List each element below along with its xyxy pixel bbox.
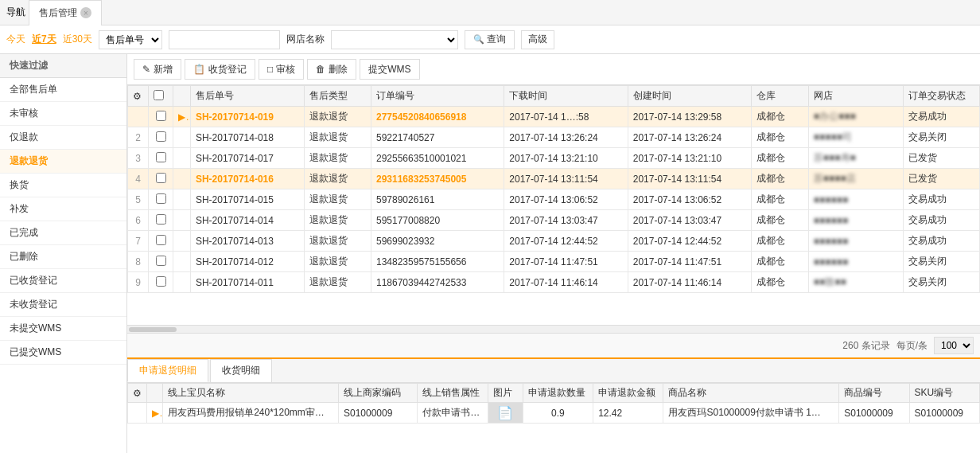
date-today[interactable]: 今天: [6, 33, 25, 46]
detail-row-amount: 12.42: [593, 403, 663, 424]
table-row[interactable]: 8 SH-20170714-012 退款退货 13482359575155656…: [128, 252, 980, 272]
active-tab[interactable]: 售后管理 ×: [29, 0, 102, 25]
sidebar-item-deleted[interactable]: 已删除: [0, 245, 126, 269]
sidebar-item-completed[interactable]: 已完成: [0, 221, 126, 245]
main-layout: 快速过滤 全部售后单 未审核 仅退款 退款退货 换货 补发 已完成 已删除 已收…: [0, 54, 980, 453]
row-shop: 苏■■■寿■: [808, 148, 904, 169]
row-order-no[interactable]: SH-20170714-013: [190, 231, 304, 252]
row-checkbox-cell[interactable]: [149, 252, 173, 272]
row-order-no[interactable]: SH-20170714-012: [190, 252, 304, 272]
new-button[interactable]: ✎ 新增: [134, 59, 181, 80]
row-checkbox-cell[interactable]: [149, 231, 173, 252]
detail-table: ⚙ 线上宝贝名称 线上商家编码 线上销售属性 图片 申请退款数量 申请退款金额 …: [127, 383, 980, 424]
row-status: 交易成功: [904, 231, 980, 252]
sidebar-item-unsubmitted-wms[interactable]: 未提交WMS: [0, 317, 126, 341]
row-checkbox-cell[interactable]: [149, 127, 173, 148]
row-checkbox[interactable]: [156, 276, 166, 287]
sidebar-item-submitted-wms[interactable]: 已提交WMS: [0, 341, 126, 365]
pagination: 260 条记录 每页/条 100 50 20: [127, 333, 980, 357]
scrollbar-thumb[interactable]: [129, 327, 177, 332]
audit-button[interactable]: □ 审核: [259, 59, 304, 80]
receipt-button[interactable]: 📋 收货登记: [185, 59, 255, 80]
row-checkbox[interactable]: [156, 173, 166, 183]
row-order-no[interactable]: SH-20170714-011: [190, 272, 304, 293]
row-create-time: 2017-07-14 13:03:47: [628, 210, 751, 231]
advanced-button[interactable]: 高级: [521, 30, 554, 49]
row-order-no[interactable]: SH-20170714-019: [190, 107, 304, 127]
search-button[interactable]: 🔍 查询: [465, 30, 515, 49]
row-num: [128, 107, 149, 127]
submit-wms-button[interactable]: 提交WMS: [360, 59, 419, 80]
table-row[interactable]: 7 SH-20170714-013 退款退货 59699023932 2017-…: [128, 231, 980, 252]
detail-col-gear[interactable]: ⚙: [128, 384, 147, 403]
table-row[interactable]: 3 SH-20170714-017 退款退货 29255663510001021…: [128, 148, 980, 169]
horizontal-scrollbar[interactable]: [127, 325, 980, 333]
row-checkbox-cell[interactable]: [149, 189, 173, 210]
date-7days[interactable]: 近7天: [32, 33, 56, 46]
row-num: 4: [128, 169, 149, 189]
row-arrow: [173, 169, 191, 189]
row-order-no[interactable]: SH-20170714-016: [190, 169, 304, 189]
detail-col-attr: 线上销售属性: [418, 384, 488, 403]
delete-button[interactable]: 🗑 删除: [307, 59, 356, 80]
table-row[interactable]: ▶ SH-20170714-019 退款退货 27754520840656918…: [128, 107, 980, 127]
detail-col-goods-name: 商品名称: [663, 384, 839, 403]
row-checkbox-cell[interactable]: [149, 210, 173, 231]
sidebar-item-received[interactable]: 已收货登记: [0, 269, 126, 293]
shop-select[interactable]: [331, 30, 458, 49]
tab-refund-detail[interactable]: 申请退货明细: [127, 359, 208, 382]
row-create-time: 2017-07-14 13:06:52: [628, 189, 751, 210]
sidebar-item-refund-return[interactable]: 退款退货: [0, 150, 126, 174]
table-row[interactable]: 9 SH-20170714-011 退款退货 11867039442742533…: [128, 272, 980, 293]
row-order-no[interactable]: SH-20170714-018: [190, 127, 304, 148]
gear-icon: ⚙: [133, 91, 142, 102]
sidebar-item-resend[interactable]: 补发: [0, 197, 126, 221]
col-create-time: 创建时间: [628, 86, 751, 107]
main-table-container: ⚙ 售后单号 售后类型 订单编号 下载时间 创建时间 仓库 网店 订单交易状态: [127, 85, 980, 325]
table-row[interactable]: 5 SH-20170714-015 退款退货 59789026161 2017-…: [128, 189, 980, 210]
detail-col-goods-code: 商品编号: [839, 384, 909, 403]
row-arrow: [173, 252, 191, 272]
date-30days[interactable]: 近30天: [63, 33, 92, 46]
row-checkbox-cell[interactable]: [149, 107, 173, 127]
row-status: 交易关闭: [904, 127, 980, 148]
row-order-no[interactable]: SH-20170714-014: [190, 210, 304, 231]
detail-table-row[interactable]: ▶ 用友西玛费用报销单240*120mm审… S01000009 付款申请书… …: [128, 403, 980, 424]
row-download-time: 2017-07-14 1…:58: [504, 107, 628, 127]
sidebar-item-unreceived[interactable]: 未收货登记: [0, 293, 126, 317]
table-row[interactable]: 6 SH-20170714-014 退款退货 595177008820 2017…: [128, 210, 980, 231]
row-checkbox[interactable]: [156, 152, 166, 162]
row-num: 3: [128, 148, 149, 169]
row-checkbox-cell[interactable]: [149, 272, 173, 293]
per-page-select[interactable]: 100 50 20: [934, 337, 974, 354]
sidebar-item-all[interactable]: 全部售后单: [0, 78, 126, 102]
col-arrow: [173, 86, 191, 107]
row-checkbox-cell[interactable]: [149, 148, 173, 169]
row-checkbox[interactable]: [156, 214, 166, 225]
row-shop: ■■致■■: [808, 272, 904, 293]
row-create-time: 2017-07-14 13:26:24: [628, 127, 751, 148]
row-checkbox-cell[interactable]: [149, 169, 173, 189]
search-input[interactable]: [169, 30, 280, 49]
row-checkbox[interactable]: [156, 256, 166, 266]
search-field-select[interactable]: 售后单号: [99, 30, 162, 49]
row-status: 交易成功: [904, 107, 980, 127]
tab-receipt-detail[interactable]: 收货明细: [210, 359, 272, 382]
row-checkbox[interactable]: [156, 235, 166, 245]
row-trade-no: 29311683253745005: [371, 169, 504, 189]
row-checkbox[interactable]: [156, 131, 166, 142]
col-gear[interactable]: ⚙: [128, 86, 149, 107]
sidebar-item-exchange[interactable]: 换货: [0, 174, 126, 197]
row-order-no[interactable]: SH-20170714-015: [190, 189, 304, 210]
sidebar-item-unaudited[interactable]: 未审核: [0, 102, 126, 126]
sidebar-item-refund-only[interactable]: 仅退款: [0, 126, 126, 150]
row-order-no[interactable]: SH-20170714-017: [190, 148, 304, 169]
row-checkbox[interactable]: [156, 193, 166, 204]
row-checkbox[interactable]: [156, 111, 166, 121]
close-tab-btn[interactable]: ×: [80, 7, 91, 18]
table-row[interactable]: 4 SH-20170714-016 退款退货 29311683253745005…: [128, 169, 980, 189]
col-checkbox[interactable]: [149, 86, 173, 107]
table-row[interactable]: 2 SH-20170714-018 退款退货 59221740527 2017-…: [128, 127, 980, 148]
detail-col-qty: 申请退款数量: [523, 384, 593, 403]
select-all-checkbox[interactable]: [154, 90, 164, 100]
